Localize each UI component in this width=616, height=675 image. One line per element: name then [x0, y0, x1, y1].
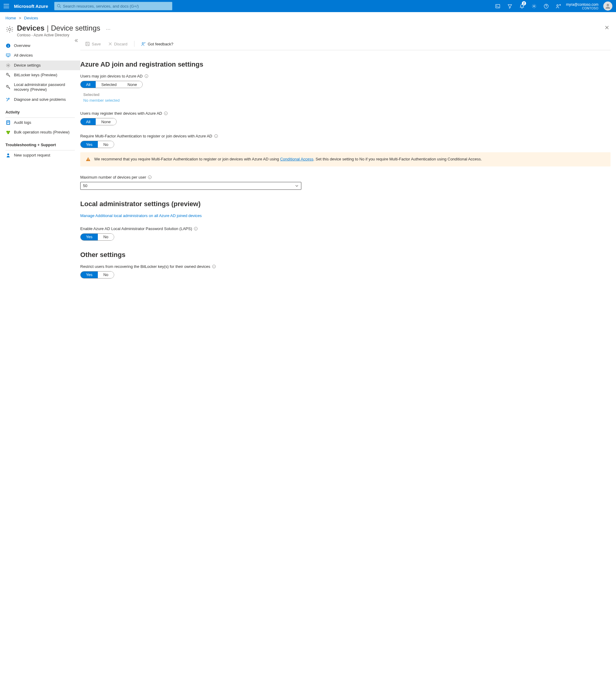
info-icon[interactable]	[144, 74, 148, 78]
svg-point-18	[7, 132, 9, 134]
search-input[interactable]	[63, 4, 169, 8]
feedback-header-icon[interactable]	[553, 0, 564, 12]
brand-label[interactable]: Microsoft Azure	[14, 4, 48, 9]
register-opt-none[interactable]: None	[96, 118, 116, 125]
chevron-down-icon	[295, 184, 298, 188]
selected-members-box: Selected No member selected	[83, 92, 611, 102]
page-subtitle: Contoso - Azure Active Directory	[17, 33, 603, 37]
register-opt-all[interactable]: All	[80, 118, 96, 125]
nav-device-settings[interactable]: Device settings	[0, 61, 80, 70]
laps-opt-no[interactable]: No	[98, 234, 114, 240]
selected-title: Selected	[83, 92, 611, 97]
info-icon[interactable]	[212, 265, 216, 269]
top-header: Microsoft Azure 2 myra@contoso.com CONTO…	[0, 0, 616, 12]
join-opt-all[interactable]: All	[80, 81, 96, 88]
header-icons: 2	[492, 0, 564, 12]
hamburger-icon[interactable]	[2, 3, 10, 9]
feedback-icon	[141, 42, 146, 46]
svg-rect-10	[7, 57, 9, 57]
nav-support-request[interactable]: New support request	[0, 150, 80, 160]
bulk-icon	[5, 130, 11, 135]
info-icon[interactable]	[214, 134, 218, 138]
nav-audit-logs[interactable]: Audit logs	[0, 118, 80, 128]
wrench-icon	[5, 97, 11, 102]
close-icon[interactable]	[603, 24, 611, 31]
svg-point-6	[8, 28, 11, 30]
page-title-sub: Device settings	[51, 24, 100, 32]
bitlocker-opt-yes[interactable]: Yes	[80, 272, 98, 278]
info-icon[interactable]	[148, 175, 152, 179]
svg-point-21	[142, 43, 144, 44]
more-actions-icon[interactable]: ···	[106, 27, 111, 31]
join-opt-selected[interactable]: Selected	[96, 81, 122, 88]
mfa-opt-no[interactable]: No	[98, 141, 114, 148]
nav-overview[interactable]: Overview	[0, 41, 80, 51]
bitlocker-opt-no[interactable]: No	[98, 272, 114, 278]
monitor-icon	[5, 53, 11, 58]
account-org: CONTOSO	[566, 7, 599, 10]
svg-point-4	[557, 5, 558, 6]
collapse-nav-icon[interactable]	[74, 39, 78, 43]
register-devices-label: Users may register their devices with Az…	[80, 111, 162, 116]
page-gear-icon	[5, 25, 14, 33]
log-icon	[5, 120, 11, 125]
save-icon	[85, 42, 90, 46]
account-block[interactable]: myra@contoso.com CONTOSO	[566, 2, 601, 10]
warning-icon	[86, 156, 90, 162]
nav-section-troubleshoot: Troubleshooting + Support	[0, 137, 80, 149]
title-separator: |	[47, 24, 49, 32]
account-email: myra@contoso.com	[566, 2, 599, 7]
nav-all-devices[interactable]: All devices	[0, 51, 80, 60]
field-laps: Enable Azure AD Local Administrator Pass…	[80, 226, 611, 241]
nav-diagnose[interactable]: Diagnose and solve problems	[0, 95, 80, 104]
directory-filter-icon[interactable]	[504, 0, 515, 12]
search-icon	[57, 4, 61, 8]
svg-point-11	[8, 65, 9, 66]
support-icon	[5, 153, 11, 158]
conditional-access-link[interactable]: Conditional Access	[280, 157, 314, 161]
notifications-icon[interactable]: 2	[517, 0, 527, 12]
save-button[interactable]: Save	[83, 40, 103, 48]
svg-point-0	[57, 4, 60, 7]
laps-opt-yes[interactable]: Yes	[80, 234, 98, 240]
nav-section-activity: Activity	[0, 104, 80, 116]
info-icon[interactable]	[164, 111, 168, 115]
manage-admins-link[interactable]: Manage Additional local administrators o…	[80, 213, 202, 218]
settings-gear-icon[interactable]	[529, 0, 539, 12]
field-max-devices: Maximum number of devices per user 50	[80, 175, 611, 190]
mfa-notice: We recommend that you require Multi-Fact…	[80, 152, 611, 166]
nav-local-admin-recovery[interactable]: Local administrator password recovery (P…	[0, 80, 80, 95]
toolbar: Save Discard Got feedback?	[80, 39, 611, 50]
svg-point-17	[8, 131, 10, 133]
section-join-heading: Azure AD join and registration settings	[80, 61, 611, 68]
join-devices-toggle: All Selected None	[80, 81, 143, 88]
breadcrumb-home[interactable]: Home	[5, 16, 16, 20]
breadcrumb-devices[interactable]: Devices	[24, 16, 38, 20]
content: Save Discard Got feedback? Azure AD join…	[80, 39, 616, 299]
avatar[interactable]	[603, 2, 612, 11]
side-nav: Overview All devices Device settings Bit…	[0, 39, 80, 299]
cloud-shell-icon[interactable]	[492, 0, 503, 12]
nav-bitlocker-keys[interactable]: BitLocker keys (Preview)	[0, 70, 80, 80]
feedback-button[interactable]: Got feedback?	[139, 40, 176, 48]
info-circle-icon	[5, 43, 11, 48]
selected-value[interactable]: No member selected	[83, 98, 611, 102]
breadcrumb: Home > Devices	[0, 12, 616, 22]
svg-point-16	[6, 131, 8, 133]
join-devices-label: Users may join devices to Azure AD	[80, 74, 143, 78]
info-icon[interactable]	[194, 227, 198, 231]
mfa-opt-yes[interactable]: Yes	[80, 141, 98, 148]
field-register-devices: Users may register their devices with Az…	[80, 111, 611, 125]
discard-icon	[108, 42, 112, 46]
svg-point-2	[533, 5, 535, 7]
key-icon	[5, 73, 11, 77]
discard-button[interactable]: Discard	[106, 41, 130, 48]
notice-text-post: . Set this device setting to No if you r…	[314, 157, 482, 161]
mfa-label: Require Multi-Factor Authentication to r…	[80, 134, 212, 138]
search-box[interactable]	[54, 2, 172, 10]
join-opt-none[interactable]: None	[122, 81, 142, 88]
nav-bulk-ops[interactable]: Bulk operation results (Preview)	[0, 128, 80, 137]
svg-point-5	[607, 4, 609, 6]
help-icon[interactable]	[541, 0, 551, 12]
max-devices-select[interactable]: 50	[80, 182, 301, 190]
